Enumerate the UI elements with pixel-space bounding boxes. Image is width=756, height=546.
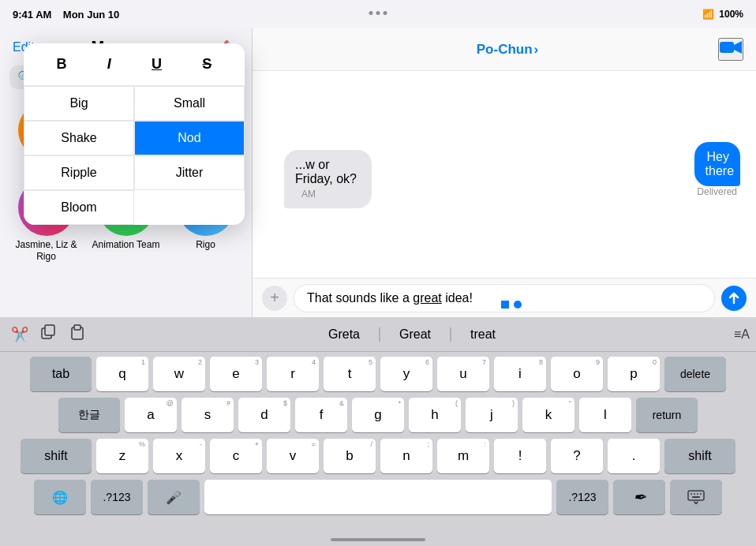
italic-button[interactable]: I [101,53,118,76]
key-w[interactable]: 2w [153,357,205,391]
delete-key[interactable]: delete [664,357,726,391]
key-i[interactable]: 8i [494,357,546,391]
key-u[interactable]: 7u [437,357,489,391]
selection-dot-left [501,301,509,309]
space-key[interactable] [204,480,552,514]
message-input-container[interactable]: That sounds like a great idea! [294,284,715,312]
home-indicator [331,538,425,541]
status-bar: 9:41 AM Mon Jun 10 📶 100% [0,0,756,28]
delete-label: delete [680,368,710,380]
cut-button[interactable]: ✂️ [6,323,33,346]
status-time-date: 9:41 AM Mon Jun 10 [13,9,119,21]
key-l[interactable]: l [579,398,631,432]
suggestion-treat[interactable]: treat [451,327,515,342]
effect-bloom-label: Bloom [61,200,96,214]
effects-grid: Big Small Shake Nod Ripple Jitter Bloom [24,86,245,225]
key-a[interactable]: @a [125,398,177,432]
key-y[interactable]: 6y [380,357,432,391]
hangul-label: 한글 [78,408,100,422]
effect-shake[interactable]: Shake [24,121,134,155]
effect-bloom[interactable]: Bloom [24,190,134,225]
send-button[interactable] [721,286,747,311]
key-v[interactable]: =v [267,439,319,473]
hangul-key[interactable]: 한글 [58,398,120,432]
key-p[interactable]: 0p [608,357,660,391]
key-z[interactable]: %z [96,439,148,473]
format-toolbar: B I U S [24,43,245,86]
globe-key[interactable]: 🌐 [34,480,86,514]
video-call-button[interactable] [718,38,743,61]
key-period[interactable]: . [608,439,660,473]
message-time: AM [301,189,316,200]
key-question[interactable]: ? [551,439,603,473]
suggestion-greta[interactable]: Greta [309,327,380,342]
contact-name-jasmine: Jasmine, Liz & Rigo [9,239,83,262]
mic-key[interactable]: 🎤 [148,480,200,514]
autocomplete-bar: ✂️ Greta Great treat ≡A [0,317,756,352]
sent-message-text: Hey there [705,150,734,178]
key-j[interactable]: )j [466,398,518,432]
return-key[interactable]: return [636,398,698,432]
effect-jitter[interactable]: Jitter [134,155,245,190]
contact-name-rigo: Rigo [196,239,215,250]
effect-nod-label: Nod [178,131,200,144]
bold-button[interactable]: B [51,53,73,76]
underline-button[interactable]: U [145,53,168,76]
keyboard-row-4: 🌐 .?123 🎤 .?123 ✒ [3,480,753,514]
keyboard-row-1: tab 1q 2w 3e 4r 5t 6y 7u 8i 9o 0p delete [3,357,753,391]
chat-input-area: + That sounds like a great idea! [253,278,756,317]
sent-message-bubble: Hey there [694,142,740,186]
effect-ripple[interactable]: Ripple [24,155,134,190]
key-k[interactable]: "k [522,398,574,432]
key-x[interactable]: -x [153,439,205,473]
shift-right-key[interactable]: shift [664,439,735,473]
key-m[interactable]: :m [437,439,489,473]
key-b[interactable]: /b [324,439,376,473]
svg-rect-4 [720,42,734,53]
selected-word: great [413,291,441,305]
key-exclaim[interactable]: ! [494,439,546,473]
chevron-icon: › [534,42,539,58]
globe-icon: 🌐 [52,490,68,505]
key-e[interactable]: 3e [210,357,262,391]
key-f[interactable]: &f [295,398,347,432]
key-d[interactable]: $d [238,398,290,432]
key-r[interactable]: 4r [267,357,319,391]
input-text: That sounds like a great idea! [307,291,473,305]
chat-contact-name[interactable]: Po-Chun › [477,42,539,58]
key-c[interactable]: +c [210,439,262,473]
key-o[interactable]: 9o [551,357,603,391]
key-h[interactable]: (h [409,398,461,432]
keyboard-hide-key[interactable] [670,480,722,514]
add-attachment-button[interactable]: + [262,286,287,311]
effect-nod[interactable]: Nod [134,121,245,155]
tab-key[interactable]: tab [30,357,92,391]
strikethrough-button[interactable]: S [196,53,218,76]
effect-jitter-label: Jitter [176,166,204,179]
number-key-left[interactable]: .?123 [91,480,143,514]
status-right: 📶 100% [702,9,743,20]
keyboard-row-3: shift %z -x +c =v /b ;n :m ! ? . shift [3,439,753,473]
text-effect-popup: B I U S Big Small Shake Nod Ripple Jitte… [24,43,245,225]
cursive-key[interactable]: ✒ [613,480,665,514]
messages-area: ...w or Friday, ok? AM Hey there Deliver… [253,71,756,273]
shift-left-key[interactable]: shift [21,439,92,473]
copy-button[interactable] [36,321,62,347]
effect-big[interactable]: Big [24,86,134,121]
paste-button[interactable] [65,321,90,347]
number-key-right[interactable]: .?123 [556,480,608,514]
num-label-right: .?123 [568,491,596,503]
key-n[interactable]: ;n [380,439,432,473]
key-q[interactable]: 1q [96,357,148,391]
effect-small[interactable]: Small [134,86,245,121]
svg-rect-9 [74,325,80,330]
svg-marker-5 [734,41,742,54]
key-s[interactable]: #s [182,398,234,432]
key-g[interactable]: *g [352,398,404,432]
tab-label: tab [52,367,69,381]
format-toggle-button[interactable]: ≡A [734,327,750,342]
suggestion-great[interactable]: Great [380,327,451,342]
dot-2 [376,11,380,15]
key-t[interactable]: 5t [324,357,376,391]
battery-label: 100% [719,9,743,20]
